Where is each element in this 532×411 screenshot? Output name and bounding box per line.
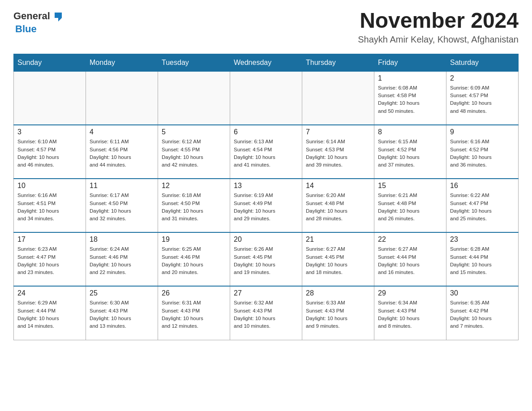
calendar-cell: 10Sunrise: 6:16 AM Sunset: 4:51 PM Dayli… <box>14 179 86 232</box>
calendar-cell <box>230 71 302 125</box>
calendar-header-row: SundayMondayTuesdayWednesdayThursdayFrid… <box>14 54 519 71</box>
day-info: Sunrise: 6:11 AM Sunset: 4:56 PM Dayligh… <box>90 138 154 169</box>
day-info: Sunrise: 6:26 AM Sunset: 4:45 PM Dayligh… <box>234 245 298 276</box>
day-info: Sunrise: 6:18 AM Sunset: 4:50 PM Dayligh… <box>162 192 226 223</box>
calendar-cell: 22Sunrise: 6:27 AM Sunset: 4:44 PM Dayli… <box>374 232 446 286</box>
logo-arrow-icon <box>51 9 65 23</box>
day-info: Sunrise: 6:27 AM Sunset: 4:45 PM Dayligh… <box>306 245 370 276</box>
day-info: Sunrise: 6:17 AM Sunset: 4:50 PM Dayligh… <box>90 192 154 223</box>
day-number: 25 <box>90 289 154 297</box>
day-number: 5 <box>162 128 226 136</box>
day-info: Sunrise: 6:12 AM Sunset: 4:55 PM Dayligh… <box>162 138 226 169</box>
day-info: Sunrise: 6:30 AM Sunset: 4:43 PM Dayligh… <box>90 299 154 330</box>
day-number: 21 <box>306 235 370 244</box>
day-info: Sunrise: 6:08 AM Sunset: 4:58 PM Dayligh… <box>378 84 442 115</box>
logo-general-text: General <box>13 10 50 22</box>
calendar-cell: 29Sunrise: 6:34 AM Sunset: 4:43 PM Dayli… <box>374 286 446 340</box>
day-of-week-header: Wednesday <box>230 54 302 71</box>
calendar-cell: 8Sunrise: 6:15 AM Sunset: 4:52 PM Daylig… <box>374 125 446 179</box>
day-info: Sunrise: 6:21 AM Sunset: 4:48 PM Dayligh… <box>378 192 442 223</box>
day-number: 24 <box>17 289 82 297</box>
day-info: Sunrise: 6:25 AM Sunset: 4:46 PM Dayligh… <box>162 245 226 276</box>
day-number: 30 <box>450 289 515 297</box>
day-info: Sunrise: 6:31 AM Sunset: 4:43 PM Dayligh… <box>162 299 226 330</box>
day-number: 18 <box>90 235 154 244</box>
day-number: 15 <box>378 182 442 190</box>
calendar-cell: 13Sunrise: 6:19 AM Sunset: 4:49 PM Dayli… <box>230 179 302 232</box>
calendar-cell <box>158 71 230 125</box>
calendar-cell: 28Sunrise: 6:33 AM Sunset: 4:43 PM Dayli… <box>302 286 374 340</box>
day-of-week-header: Thursday <box>302 54 374 71</box>
day-number: 26 <box>162 289 226 297</box>
calendar-week-row: 1Sunrise: 6:08 AM Sunset: 4:58 PM Daylig… <box>14 71 519 125</box>
day-number: 13 <box>234 182 298 190</box>
day-info: Sunrise: 6:35 AM Sunset: 4:42 PM Dayligh… <box>450 299 515 330</box>
day-number: 10 <box>17 182 82 190</box>
day-of-week-header: Saturday <box>446 54 519 71</box>
day-number: 8 <box>378 128 442 136</box>
calendar-week-row: 24Sunrise: 6:29 AM Sunset: 4:44 PM Dayli… <box>14 286 519 340</box>
day-number: 20 <box>234 235 298 244</box>
day-number: 2 <box>450 74 515 82</box>
day-number: 22 <box>378 235 442 244</box>
location-subtitle: Shaykh Amir Kelay, Khowst, Afghanistan <box>358 34 519 45</box>
calendar-cell: 11Sunrise: 6:17 AM Sunset: 4:50 PM Dayli… <box>86 179 158 232</box>
day-info: Sunrise: 6:33 AM Sunset: 4:43 PM Dayligh… <box>306 299 370 330</box>
calendar-cell: 27Sunrise: 6:32 AM Sunset: 4:43 PM Dayli… <box>230 286 302 340</box>
calendar-cell: 6Sunrise: 6:13 AM Sunset: 4:54 PM Daylig… <box>230 125 302 179</box>
calendar-cell: 7Sunrise: 6:14 AM Sunset: 4:53 PM Daylig… <box>302 125 374 179</box>
day-info: Sunrise: 6:09 AM Sunset: 4:57 PM Dayligh… <box>450 84 515 115</box>
day-number: 16 <box>450 182 515 190</box>
calendar-week-row: 17Sunrise: 6:23 AM Sunset: 4:47 PM Dayli… <box>14 232 519 286</box>
svg-marker-0 <box>55 13 62 21</box>
calendar-cell: 24Sunrise: 6:29 AM Sunset: 4:44 PM Dayli… <box>14 286 86 340</box>
calendar-cell: 4Sunrise: 6:11 AM Sunset: 4:56 PM Daylig… <box>86 125 158 179</box>
calendar-cell: 15Sunrise: 6:21 AM Sunset: 4:48 PM Dayli… <box>374 179 446 232</box>
calendar-cell: 19Sunrise: 6:25 AM Sunset: 4:46 PM Dayli… <box>158 232 230 286</box>
day-info: Sunrise: 6:23 AM Sunset: 4:47 PM Dayligh… <box>17 245 82 276</box>
calendar-cell: 14Sunrise: 6:20 AM Sunset: 4:48 PM Dayli… <box>302 179 374 232</box>
day-number: 14 <box>306 182 370 190</box>
calendar-cell: 2Sunrise: 6:09 AM Sunset: 4:57 PM Daylig… <box>446 71 519 125</box>
calendar-cell: 26Sunrise: 6:31 AM Sunset: 4:43 PM Dayli… <box>158 286 230 340</box>
calendar-cell: 25Sunrise: 6:30 AM Sunset: 4:43 PM Dayli… <box>86 286 158 340</box>
calendar-week-row: 10Sunrise: 6:16 AM Sunset: 4:51 PM Dayli… <box>14 179 519 232</box>
calendar-cell: 23Sunrise: 6:28 AM Sunset: 4:44 PM Dayli… <box>446 232 519 286</box>
calendar-cell: 20Sunrise: 6:26 AM Sunset: 4:45 PM Dayli… <box>230 232 302 286</box>
calendar-week-row: 3Sunrise: 6:10 AM Sunset: 4:57 PM Daylig… <box>14 125 519 179</box>
calendar-cell: 1Sunrise: 6:08 AM Sunset: 4:58 PM Daylig… <box>374 71 446 125</box>
calendar-cell: 18Sunrise: 6:24 AM Sunset: 4:46 PM Dayli… <box>86 232 158 286</box>
day-info: Sunrise: 6:32 AM Sunset: 4:43 PM Dayligh… <box>234 299 298 330</box>
day-number: 1 <box>378 74 442 82</box>
calendar-cell: 12Sunrise: 6:18 AM Sunset: 4:50 PM Dayli… <box>158 179 230 232</box>
day-info: Sunrise: 6:10 AM Sunset: 4:57 PM Dayligh… <box>17 138 82 169</box>
day-info: Sunrise: 6:22 AM Sunset: 4:47 PM Dayligh… <box>450 192 515 223</box>
day-number: 9 <box>450 128 515 136</box>
calendar-table: SundayMondayTuesdayWednesdayThursdayFrid… <box>13 54 519 340</box>
calendar-cell <box>14 71 86 125</box>
day-of-week-header: Sunday <box>14 54 86 71</box>
calendar-cell: 21Sunrise: 6:27 AM Sunset: 4:45 PM Dayli… <box>302 232 374 286</box>
calendar-cell: 17Sunrise: 6:23 AM Sunset: 4:47 PM Dayli… <box>14 232 86 286</box>
day-info: Sunrise: 6:16 AM Sunset: 4:51 PM Dayligh… <box>17 192 82 223</box>
calendar-cell: 30Sunrise: 6:35 AM Sunset: 4:42 PM Dayli… <box>446 286 519 340</box>
calendar-cell <box>302 71 374 125</box>
day-number: 28 <box>306 289 370 297</box>
day-info: Sunrise: 6:16 AM Sunset: 4:52 PM Dayligh… <box>450 138 515 169</box>
day-of-week-header: Monday <box>86 54 158 71</box>
day-of-week-header: Tuesday <box>158 54 230 71</box>
day-info: Sunrise: 6:34 AM Sunset: 4:43 PM Dayligh… <box>378 299 442 330</box>
day-number: 17 <box>17 235 82 244</box>
day-info: Sunrise: 6:27 AM Sunset: 4:44 PM Dayligh… <box>378 245 442 276</box>
day-number: 6 <box>234 128 298 136</box>
month-title: November 2024 <box>358 9 519 33</box>
day-number: 27 <box>234 289 298 297</box>
day-number: 23 <box>450 235 515 244</box>
calendar-cell <box>86 71 158 125</box>
logo-blue-text: Blue <box>15 23 37 35</box>
calendar-cell: 9Sunrise: 6:16 AM Sunset: 4:52 PM Daylig… <box>446 125 519 179</box>
page-header: General Blue November 2024 Shaykh Amir K… <box>13 9 519 45</box>
calendar-cell: 16Sunrise: 6:22 AM Sunset: 4:47 PM Dayli… <box>446 179 519 232</box>
day-number: 11 <box>90 182 154 190</box>
day-info: Sunrise: 6:28 AM Sunset: 4:44 PM Dayligh… <box>450 245 515 276</box>
